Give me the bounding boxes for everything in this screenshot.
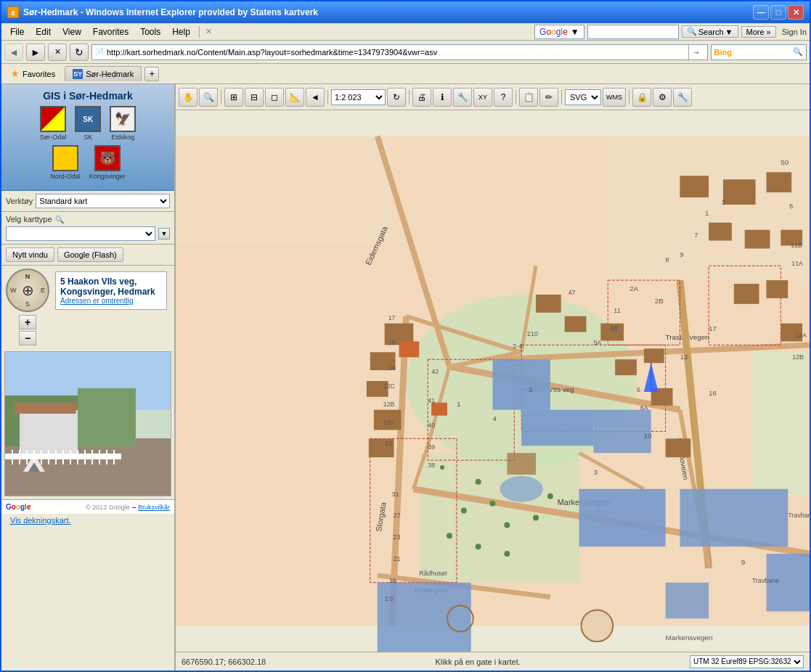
minimize-button[interactable]: — bbox=[753, 5, 769, 20]
shield-nord-odal[interactable]: Nord-Odal bbox=[50, 145, 81, 180]
menu-view[interactable]: View bbox=[57, 25, 87, 38]
tools2-button[interactable]: 🔧 bbox=[453, 88, 472, 107]
forward-button[interactable]: ► bbox=[26, 44, 45, 61]
compass[interactable]: N S E W ⊕ bbox=[6, 269, 49, 312]
bing-input[interactable] bbox=[735, 48, 793, 57]
tab-icon: SY bbox=[73, 69, 83, 79]
measure-button[interactable]: 📐 bbox=[285, 88, 304, 107]
scale-select[interactable]: 1:2 023 1:500 1:1 000 1:5 000 bbox=[331, 89, 386, 105]
svg-text:11B: 11B bbox=[791, 242, 802, 249]
coordinates-display: 6676590.17; 666302.18 bbox=[182, 657, 266, 666]
google-flash-button[interactable]: Google (Flash) bbox=[57, 247, 123, 262]
svg-rect-62 bbox=[723, 179, 756, 205]
svg-text:12C: 12C bbox=[383, 382, 396, 390]
svg-text:17: 17 bbox=[709, 324, 717, 332]
svg-text:12: 12 bbox=[680, 353, 688, 361]
svg-rect-86 bbox=[399, 341, 420, 357]
layer-button[interactable]: 📋 bbox=[519, 88, 538, 107]
add-tab-button[interactable]: + bbox=[144, 67, 159, 81]
svg-point-88 bbox=[500, 476, 543, 502]
svg-point-89 bbox=[476, 479, 481, 485]
svg-text:2:0: 2:0 bbox=[385, 595, 394, 602]
address-bar: 📄 http://kart.sorhedmark.no/Content/Main… bbox=[91, 44, 708, 60]
bruksvilkar-link[interactable]: Bruksvilkår bbox=[138, 504, 170, 511]
refresh-button[interactable]: ↻ bbox=[70, 44, 89, 61]
zoom-prev-button[interactable]: ⊟ bbox=[245, 88, 264, 107]
search-input-wrap bbox=[587, 25, 679, 39]
more-button[interactable]: More » bbox=[741, 26, 776, 38]
favorites-button[interactable]: ★ Favorites bbox=[4, 66, 62, 81]
svg-rect-72 bbox=[579, 489, 666, 546]
svg-text:3: 3 bbox=[593, 468, 598, 476]
print-button[interactable]: 🖨 bbox=[412, 88, 431, 107]
vis-dekningskart-link[interactable]: Vis dekningskart. bbox=[6, 515, 76, 526]
new-window-button[interactable]: Nytt vindu bbox=[6, 247, 54, 262]
menu-tools[interactable]: Tools bbox=[134, 25, 166, 38]
svg-rect-79 bbox=[644, 348, 664, 363]
edit-button[interactable]: ✏ bbox=[539, 88, 558, 107]
settings-button[interactable]: ⚙ bbox=[653, 88, 672, 107]
projection-section: UTM 32 Euref89 EPSG:32632 bbox=[690, 655, 804, 668]
zoom-in-map-button[interactable]: 🔍 bbox=[199, 88, 218, 107]
menu-favorites[interactable]: Favorites bbox=[87, 25, 134, 38]
svg-rect-67 bbox=[766, 280, 788, 298]
zoom-in-button[interactable]: + bbox=[19, 315, 36, 329]
format-select[interactable]: SVG PNG PDF bbox=[565, 89, 601, 105]
bing-search-icon[interactable]: 🔍 bbox=[793, 47, 803, 57]
map-type-select[interactable] bbox=[6, 226, 155, 241]
menu-file[interactable]: File bbox=[4, 25, 30, 38]
back-button[interactable]: ◄ bbox=[4, 44, 23, 61]
menu-help[interactable]: Help bbox=[166, 25, 196, 38]
menu-edit[interactable]: Edit bbox=[30, 25, 57, 38]
info-button[interactable]: ℹ bbox=[433, 88, 452, 107]
restore-button[interactable]: □ bbox=[770, 5, 786, 20]
stop-button[interactable]: ✕ bbox=[48, 44, 67, 61]
svg-text:14: 14 bbox=[388, 364, 396, 372]
xy-button[interactable]: XY bbox=[473, 88, 492, 107]
shield-kongsvinger[interactable]: 🐻 Kongsvinger bbox=[89, 145, 126, 180]
search-dropdown-icon[interactable]: ▼ bbox=[725, 28, 733, 36]
shield-sor-odal[interactable]: Sør-Odal bbox=[40, 106, 67, 141]
shield-eidskog[interactable]: 🦅 Eidskog bbox=[110, 106, 136, 141]
svg-rect-68 bbox=[734, 284, 759, 304]
zoom-out-button[interactable]: − bbox=[19, 331, 36, 345]
address-note[interactable]: Adressen er omtrentlig bbox=[60, 297, 162, 305]
svg-text:210: 210 bbox=[527, 330, 538, 337]
search-input[interactable] bbox=[590, 28, 677, 36]
map-type-arrow[interactable]: ▼ bbox=[158, 228, 170, 239]
lock-button[interactable]: 🔒 bbox=[632, 88, 651, 107]
projection-select[interactable]: UTM 32 Euref89 EPSG:32632 bbox=[690, 655, 804, 668]
go-button[interactable]: → bbox=[688, 45, 704, 60]
google-dropdown-icon[interactable]: ▼ bbox=[571, 27, 579, 37]
map-area[interactable]: Eidemsgata Storgata Trastadvegen Haakon … bbox=[176, 110, 810, 652]
svg-rect-85 bbox=[507, 453, 536, 475]
svg-text:8: 8 bbox=[666, 256, 669, 263]
svg-text:6A: 6A bbox=[640, 404, 648, 411]
shield-sk[interactable]: SK SK bbox=[75, 106, 101, 141]
shields-row-2: Nord-Odal 🐻 Kongsvinger bbox=[7, 145, 168, 184]
wms-button[interactable]: WMS bbox=[603, 88, 626, 107]
pan-tool-button[interactable]: ✋ bbox=[179, 88, 197, 107]
favorites-bar: ★ Favorites SY Sør-Hedmark + bbox=[1, 64, 810, 84]
compass-arrow: ⊕ bbox=[22, 282, 34, 299]
kongsvinger-icon: 🐻 bbox=[94, 145, 121, 171]
star-icon: ★ bbox=[11, 68, 20, 79]
svg-rect-2 bbox=[78, 388, 136, 454]
back-nav-button[interactable]: ◄ bbox=[306, 88, 325, 107]
help-map-button[interactable]: ? bbox=[494, 88, 513, 107]
svg-text:23: 23 bbox=[394, 533, 401, 541]
verktoy-select[interactable]: Standard kart bbox=[36, 194, 170, 208]
refresh-map-button[interactable]: ↻ bbox=[387, 88, 406, 107]
svg-text:17: 17 bbox=[388, 314, 396, 321]
signin-button[interactable]: Sign In bbox=[782, 28, 807, 36]
sk-label: SK bbox=[83, 134, 92, 141]
select-button[interactable]: ◻ bbox=[265, 88, 284, 107]
svg-rect-74 bbox=[378, 583, 471, 652]
search-mini-icon: 🔍 bbox=[55, 216, 64, 224]
extra-button[interactable]: 🔧 bbox=[673, 88, 692, 107]
google-search-box: Google ▼ bbox=[534, 25, 584, 39]
zoom-extent-button[interactable]: ⊞ bbox=[224, 88, 243, 107]
close-button[interactable]: ✕ bbox=[788, 5, 804, 20]
tab-sorhedmark[interactable]: SY Sør-Hedmark bbox=[65, 66, 142, 81]
search-button[interactable]: 🔍 Search ▼ bbox=[682, 25, 738, 38]
